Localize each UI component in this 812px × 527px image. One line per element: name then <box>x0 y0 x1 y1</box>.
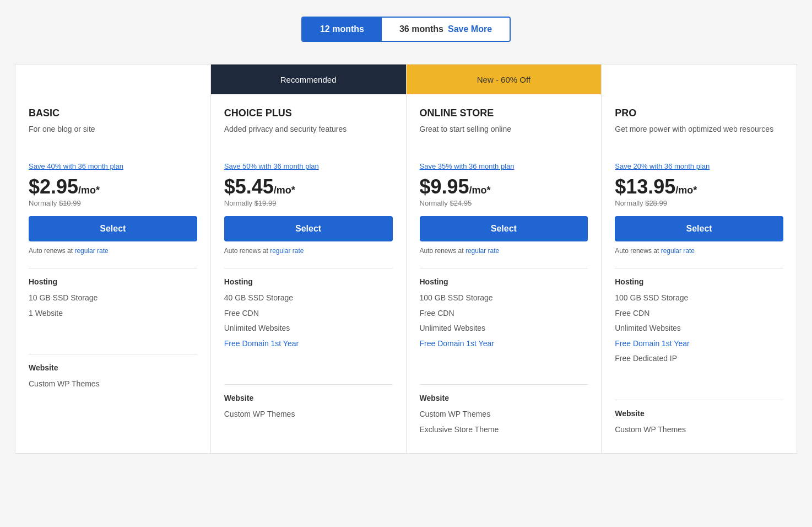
select-button-online-store[interactable]: Select <box>420 216 588 241</box>
hosting-feature-item: 100 GB SSD Storage <box>420 293 588 304</box>
hosting-feature-item: Free CDN <box>420 308 588 319</box>
plan-description-basic: For one blog or site <box>29 123 197 151</box>
divider-website-choice-plus <box>224 384 393 385</box>
divider-website-basic <box>29 354 197 354</box>
plan-price-online-store: $9.95/mo* <box>420 177 588 197</box>
auto-renew-pro: Auto renews at regular rate <box>615 247 783 255</box>
plan-description-pro: Get more power with optimized web resour… <box>615 123 783 151</box>
select-button-choice-plus[interactable]: Select <box>224 216 393 241</box>
plan-col-pro: PRO Get more power with optimized web re… <box>602 64 797 453</box>
hosting-title-choice-plus: Hosting <box>224 277 393 286</box>
divider-hosting-basic <box>29 268 197 268</box>
billing-toggle: 12 months 36 months Save More <box>11 17 801 42</box>
plan-price-basic: $2.95/mo* <box>29 177 197 197</box>
hosting-feature-item: 10 GB SSD Storage <box>29 293 197 304</box>
plan-name-choice-plus: CHOICE PLUS <box>224 107 393 119</box>
plan-description-choice-plus: Added privacy and security features <box>224 123 393 151</box>
plan-badge-pro <box>602 64 797 94</box>
plan-name-basic: BASIC <box>29 107 197 119</box>
auto-renew-choice-plus: Auto renews at regular rate <box>224 247 393 255</box>
website-feature-item: Custom WP Themes <box>224 409 393 420</box>
website-title-pro: Website <box>615 409 783 418</box>
website-feature-item: Exclusive Store Theme <box>420 424 588 435</box>
plan-col-online-store: New - 60% Off ONLINE STORE Great to star… <box>407 64 602 453</box>
hosting-feature-item: 1 Website <box>29 308 197 319</box>
hosting-feature-item: Unlimited Websites <box>420 323 588 334</box>
hosting-feature-item: 40 GB SSD Storage <box>224 293 393 304</box>
regular-rate-pro: regular rate <box>661 247 695 255</box>
hosting-feature-item: Free CDN <box>615 308 783 319</box>
billing-toggle-inner: 12 months 36 months Save More <box>301 17 511 42</box>
plan-col-basic: BASIC For one blog or site Save 40% with… <box>15 64 211 453</box>
plan-normal-price-basic: Normally $10.99 <box>29 199 197 207</box>
save-more-label: Save More <box>448 24 492 34</box>
regular-rate-choice-plus: regular rate <box>270 247 304 255</box>
divider-website-online-store <box>420 384 588 385</box>
plan-badge-basic <box>15 64 210 94</box>
save-link-basic[interactable]: Save 40% with 36 month plan <box>29 162 197 170</box>
plan-normal-price-online-store: Normally $24.95 <box>420 199 588 207</box>
hosting-feature-item: Free Domain 1st Year <box>615 338 783 349</box>
plans-container: BASIC For one blog or site Save 40% with… <box>15 64 797 454</box>
website-title-online-store: Website <box>420 394 588 402</box>
save-link-pro[interactable]: Save 20% with 36 month plan <box>615 162 783 170</box>
plan-normal-price-choice-plus: Normally $19.99 <box>224 199 393 207</box>
regular-rate-basic: regular rate <box>74 247 108 255</box>
toggle-36-months[interactable]: 36 months Save More <box>382 18 510 41</box>
hosting-feature-item: Free Dedicated IP <box>615 353 783 364</box>
hosting-feature-item: Unlimited Websites <box>615 323 783 334</box>
plan-name-online-store: ONLINE STORE <box>420 107 588 119</box>
divider-hosting-pro <box>615 268 783 268</box>
hosting-feature-item: Free Domain 1st Year <box>224 338 393 349</box>
plan-badge-choice-plus: Recommended <box>211 64 406 94</box>
plan-body-choice-plus: CHOICE PLUS Added privacy and security f… <box>211 94 406 438</box>
save-link-choice-plus[interactable]: Save 50% with 36 month plan <box>224 162 393 170</box>
regular-rate-online-store: regular rate <box>465 247 499 255</box>
save-link-online-store[interactable]: Save 35% with 36 month plan <box>420 162 588 170</box>
plan-normal-price-pro: Normally $28.99 <box>615 199 783 207</box>
website-feature-item: Custom WP Themes <box>615 424 783 435</box>
plan-name-pro: PRO <box>615 107 783 119</box>
hosting-title-pro: Hosting <box>615 277 783 286</box>
plan-price-choice-plus: $5.45/mo* <box>224 177 393 197</box>
website-title-basic: Website <box>29 363 197 372</box>
select-button-pro[interactable]: Select <box>615 216 783 241</box>
plan-body-basic: BASIC For one blog or site Save 40% with… <box>15 94 210 407</box>
toggle-12-months[interactable]: 12 months <box>302 18 382 41</box>
hosting-feature-item: Unlimited Websites <box>224 323 393 334</box>
plan-body-online-store: ONLINE STORE Great to start selling onli… <box>407 94 602 453</box>
divider-hosting-choice-plus <box>224 268 393 268</box>
hosting-feature-item: 100 GB SSD Storage <box>615 293 783 304</box>
hosting-title-basic: Hosting <box>29 277 197 286</box>
toggle-36-label: 36 months <box>399 24 443 34</box>
auto-renew-basic: Auto renews at regular rate <box>29 247 197 255</box>
plan-body-pro: PRO Get more power with optimized web re… <box>602 94 797 453</box>
select-button-basic[interactable]: Select <box>29 216 197 241</box>
hosting-feature-item: Free Domain 1st Year <box>420 338 588 349</box>
divider-website-pro <box>615 400 783 400</box>
plan-price-pro: $13.95/mo* <box>615 177 783 197</box>
divider-hosting-online-store <box>420 268 588 268</box>
plan-badge-online-store: New - 60% Off <box>407 64 602 94</box>
plan-col-choice-plus: Recommended CHOICE PLUS Added privacy an… <box>211 64 407 453</box>
hosting-feature-item: Free CDN <box>224 308 393 319</box>
hosting-title-online-store: Hosting <box>420 277 588 286</box>
plan-description-online-store: Great to start selling online <box>420 123 588 151</box>
auto-renew-online-store: Auto renews at regular rate <box>420 247 588 255</box>
website-feature-item: Custom WP Themes <box>29 379 197 390</box>
website-feature-item: Custom WP Themes <box>420 409 588 420</box>
website-title-choice-plus: Website <box>224 394 393 402</box>
